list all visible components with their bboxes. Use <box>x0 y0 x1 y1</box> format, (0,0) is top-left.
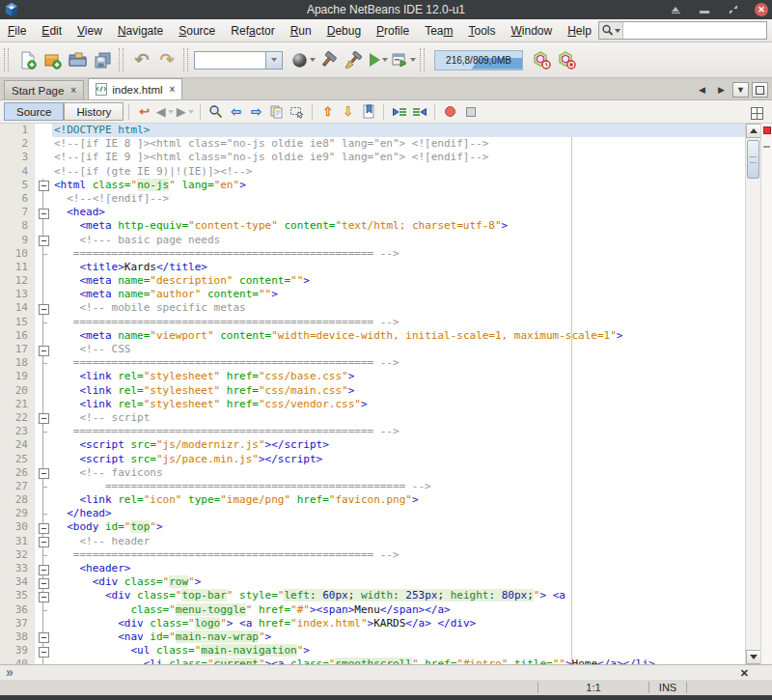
history-view-button[interactable]: History <box>64 102 124 121</box>
line-number[interactable]: 12 <box>0 274 35 288</box>
code-line[interactable]: 36 class="menu-toggle" href="#"><span>Me… <box>0 603 745 617</box>
code-text[interactable]: <title>Kards</title> <box>52 261 745 274</box>
code-line[interactable]: 26 <!-- favicons <box>0 466 745 480</box>
code-line[interactable]: 37 <div class="logo"> <a href="index.htm… <box>0 617 745 630</box>
code-text[interactable]: <!--[if IE 8 ]><html class="no-js oldie … <box>52 137 745 151</box>
line-number[interactable]: 34 <box>0 575 35 589</box>
line-number[interactable]: 10 <box>0 247 35 261</box>
line-number[interactable]: 38 <box>0 630 35 644</box>
scroll-up-icon[interactable] <box>746 124 761 138</box>
line-number[interactable]: 39 <box>0 644 35 658</box>
line-number[interactable]: 9 <box>0 234 35 247</box>
code-text[interactable]: <!-- script <box>52 411 745 425</box>
code-line[interactable]: 35 <div class="top-bar" style="left: 60p… <box>0 589 745 602</box>
back-icon[interactable]: ◀ <box>154 102 175 122</box>
line-number[interactable]: 22 <box>0 411 35 425</box>
scroll-down-icon[interactable] <box>746 650 761 664</box>
error-status-square[interactable] <box>763 126 771 134</box>
code-text[interactable]: <meta http-equiv="content-type" content=… <box>52 219 745 233</box>
toolbar-grip[interactable] <box>4 48 9 71</box>
code-text[interactable]: <li class="current"><a class="smoothscro… <box>52 658 745 664</box>
code-text[interactable]: <link rel="stylesheet" href="css/base.cs… <box>52 370 745 383</box>
menu-refactor[interactable]: Refactor <box>223 21 282 41</box>
code-text[interactable]: <script src="js/modernizr.js"></script> <box>52 438 745 452</box>
line-number[interactable]: 13 <box>0 288 35 301</box>
code-line[interactable]: 6 <!--<![endif]--> <box>0 192 745 206</box>
code-text[interactable]: <!-- mobile specific metas <box>52 301 745 315</box>
code-line[interactable]: 1<!DOCTYPE html> <box>0 124 745 137</box>
line-number[interactable]: 15 <box>0 316 35 329</box>
code-editor[interactable]: 1<!DOCTYPE html>2<!--[if IE 8 ]><html cl… <box>0 124 772 664</box>
code-text[interactable]: <meta name="viewport" content="width=dev… <box>52 329 745 343</box>
fold-toggle-icon[interactable] <box>35 206 52 219</box>
line-number[interactable]: 31 <box>0 535 35 548</box>
code-text[interactable]: <head> <box>52 206 745 219</box>
search-dropdown-icon[interactable] <box>615 29 620 33</box>
code-line[interactable]: 15 =====================================… <box>0 316 745 329</box>
code-line[interactable]: 3<!--[if IE 9 ]><html class="no-js oldie… <box>0 151 745 164</box>
scroll-tabs-left-icon[interactable]: ◀ <box>694 82 710 98</box>
code-text[interactable]: <div class="top-bar" style="left: 60px; … <box>52 589 745 602</box>
toolbar-grip[interactable] <box>119 48 124 71</box>
menu-source[interactable]: Source <box>171 21 223 41</box>
code-line[interactable]: 4<!--[if (gte IE 9)|!(IE)]><!--> <box>0 165 745 179</box>
code-line[interactable]: 23 =====================================… <box>0 425 745 438</box>
fold-toggle-icon[interactable] <box>35 630 52 644</box>
next-occurrence-icon[interactable]: ⇩ <box>338 102 358 122</box>
fold-toggle-icon[interactable] <box>35 575 52 589</box>
find-selection-icon[interactable] <box>206 102 226 122</box>
line-number[interactable]: 2 <box>0 137 35 151</box>
combo-dropdown-icon[interactable] <box>265 52 282 69</box>
code-line[interactable]: 33 <header> <box>0 562 745 575</box>
code-text[interactable]: ========================================… <box>52 480 745 493</box>
fold-toggle-icon[interactable] <box>35 520 52 534</box>
line-number[interactable]: 32 <box>0 548 35 562</box>
save-all-button[interactable] <box>90 47 115 72</box>
fold-toggle-icon[interactable] <box>35 535 52 548</box>
line-number[interactable]: 28 <box>0 493 35 507</box>
undo-button[interactable]: ↶ <box>129 47 154 72</box>
shift-line-left-icon[interactable] <box>389 102 409 122</box>
code-text[interactable]: <header> <box>52 562 745 575</box>
maximize-window-icon[interactable] <box>752 82 768 98</box>
debug-project-button[interactable] <box>391 47 416 72</box>
previous-occurrence-icon[interactable]: ⇧ <box>317 102 338 122</box>
shift-line-right-icon[interactable] <box>409 102 429 122</box>
forward-icon[interactable]: ▶ <box>175 102 195 122</box>
line-number[interactable]: 35 <box>0 589 35 602</box>
code-line[interactable]: 2<!--[if IE 8 ]><html class="no-js oldie… <box>0 137 745 151</box>
code-line[interactable]: 20 <link rel="stylesheet" href="css/main… <box>0 384 745 398</box>
menu-team[interactable]: Team <box>417 21 460 41</box>
insert-mode-indicator[interactable]: INS <box>649 682 686 693</box>
code-line[interactable]: 8 <meta http-equiv="content-type" conten… <box>0 219 745 233</box>
debug-dropdown-icon[interactable] <box>410 58 416 62</box>
toggle-bookmark-icon[interactable] <box>358 102 378 122</box>
scrollbar-thumb[interactable] <box>747 140 759 179</box>
fold-toggle-icon[interactable] <box>35 411 52 425</box>
code-text[interactable]: ========================================… <box>52 425 745 438</box>
tab-close-icon[interactable]: × <box>70 85 76 96</box>
line-number[interactable]: 40 <box>0 658 35 664</box>
code-line[interactable]: 29 </head> <box>0 507 745 520</box>
new-file-button[interactable] <box>14 47 40 72</box>
menu-edit[interactable]: Edit <box>34 21 69 41</box>
menu-profile[interactable]: Profile <box>369 21 417 41</box>
last-edit-location-icon[interactable]: ↩ <box>134 102 154 122</box>
run-project-button[interactable] <box>366 47 391 72</box>
error-stripe[interactable] <box>760 124 772 664</box>
line-number[interactable]: 36 <box>0 603 35 617</box>
line-number[interactable]: 11 <box>0 261 35 274</box>
code-text[interactable]: <script src="js/pace.min.js"></script> <box>52 453 745 466</box>
fold-toggle-icon[interactable] <box>35 589 52 602</box>
fold-toggle-icon[interactable] <box>35 301 52 315</box>
code-text[interactable]: <!--[if IE 9 ]><html class="no-js oldie … <box>52 151 745 164</box>
code-line[interactable]: 30 <body id="top"> <box>0 520 745 534</box>
line-number[interactable]: 19 <box>0 370 35 383</box>
code-line[interactable]: 7 <head> <box>0 206 745 219</box>
line-number[interactable]: 18 <box>0 356 35 370</box>
profile-stop-button[interactable] <box>554 47 579 72</box>
menu-window[interactable]: Window <box>504 21 561 41</box>
code-line[interactable]: 12 <meta name="description" content=""> <box>0 274 745 288</box>
error-stripe-mark[interactable] <box>763 146 770 148</box>
code-text[interactable]: <link rel="icon" type="image/png" href="… <box>52 493 745 507</box>
